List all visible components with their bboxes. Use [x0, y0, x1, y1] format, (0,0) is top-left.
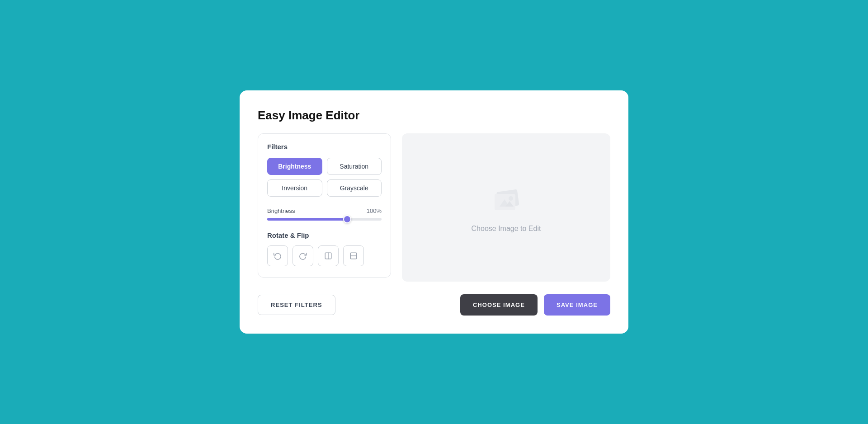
editor-body: Filters Brightness Saturation Inversion … [258, 133, 610, 282]
editor-card: Easy Image Editor Filters Brightness Sat… [240, 90, 628, 334]
rotate-right-button[interactable] [292, 245, 313, 266]
filters-panel: Filters Brightness Saturation Inversion … [258, 133, 391, 278]
image-placeholder-icon [488, 182, 524, 218]
save-image-button[interactable]: SAVE IMAGE [544, 294, 610, 316]
rotate-flip-label: Rotate & Flip [267, 231, 382, 239]
slider-track [267, 218, 382, 221]
filter-btn-brightness[interactable]: Brightness [267, 158, 322, 175]
reset-filters-button[interactable]: RESET FILTERS [258, 295, 335, 315]
slider-thumb[interactable] [343, 215, 351, 223]
filter-btn-saturation[interactable]: Saturation [327, 158, 382, 175]
slider-value: 100% [367, 207, 382, 214]
rotate-flip-buttons [267, 245, 382, 266]
slider-fill [267, 218, 347, 221]
app-title: Easy Image Editor [258, 108, 610, 122]
bottom-bar: RESET FILTERS CHOOSE IMAGE SAVE IMAGE [258, 294, 610, 316]
filter-btn-grayscale[interactable]: Grayscale [327, 179, 382, 197]
svg-point-8 [509, 196, 513, 201]
image-preview: Choose Image to Edit [402, 133, 610, 282]
slider-header: Brightness 100% [267, 207, 382, 214]
filter-btn-inversion[interactable]: Inversion [267, 179, 322, 197]
filter-buttons-grid: Brightness Saturation Inversion Grayscal… [267, 158, 382, 197]
bottom-right-buttons: CHOOSE IMAGE SAVE IMAGE [460, 294, 610, 316]
image-placeholder-text: Choose Image to Edit [472, 225, 541, 233]
flip-horizontal-button[interactable] [318, 245, 339, 266]
filters-label: Filters [267, 143, 382, 151]
rotate-left-button[interactable] [267, 245, 288, 266]
slider-section: Brightness 100% [267, 207, 382, 221]
flip-vertical-button[interactable] [343, 245, 364, 266]
choose-image-button[interactable]: CHOOSE IMAGE [460, 294, 538, 316]
slider-label: Brightness [267, 207, 295, 214]
